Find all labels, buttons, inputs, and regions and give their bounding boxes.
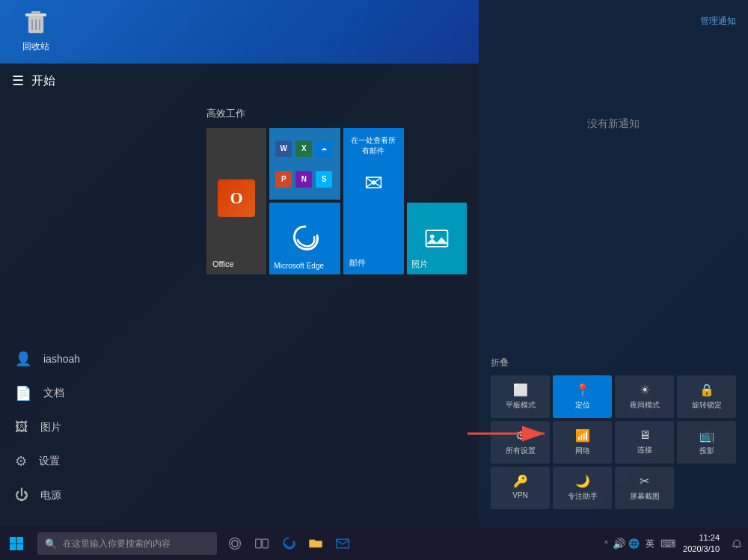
desktop: 回收站 ☰ 开始 👤 iashoah 📄 文档 xyxy=(0,0,748,527)
task-view-button[interactable] xyxy=(248,530,275,557)
hamburger-icon[interactable]: ☰ xyxy=(12,73,24,89)
sidebar-item-pictures-label: 图片 xyxy=(40,421,61,434)
quick-grid-row1: ⬜ 平板模式 📍 定位 ☀ 夜间模式 🔒 旋转锁定 xyxy=(491,375,736,418)
quick-btn-project[interactable]: 📺 投影 xyxy=(677,421,736,464)
night-label: 夜间模式 xyxy=(630,400,660,410)
quick-btn-focus[interactable]: 🌙 专注助手 xyxy=(553,467,612,509)
taskbar-mail[interactable] xyxy=(329,530,356,557)
taskbar-edge[interactable] xyxy=(275,530,302,557)
mail-tile-icon: ✉ xyxy=(364,170,383,196)
collapse-label: 折叠 xyxy=(491,357,736,369)
start-menu-body: 👤 iashoah 📄 文档 🖼 图片 ⚙ 设置 xyxy=(0,98,479,527)
svg-rect-16 xyxy=(263,539,269,548)
quick-btn-tablet[interactable]: ⬜ 平板模式 xyxy=(491,375,550,418)
volume-icon[interactable]: 🔊 xyxy=(613,538,625,550)
tile-office-apps[interactable]: W X ☁ P N S xyxy=(269,128,340,200)
notification-button[interactable] xyxy=(726,527,748,560)
quick-btn-location[interactable]: 📍 定位 xyxy=(553,375,612,418)
settings-icon: ⚙ xyxy=(15,453,27,470)
quick-grid-row3: 🔑 VPN 🌙 专注助手 ✂ 屏幕截图 xyxy=(491,467,736,509)
svg-point-14 xyxy=(232,541,238,547)
office-logo: O xyxy=(218,179,255,217)
svg-rect-9 xyxy=(10,537,16,544)
svg-rect-6 xyxy=(426,230,447,247)
screenshot-label: 屏幕截图 xyxy=(630,491,660,502)
quick-btn-connect[interactable]: 🖥 连接 xyxy=(615,421,674,464)
tray-caret[interactable]: ^ xyxy=(604,540,608,548)
keyboard-layout-icon[interactable]: ⌨ xyxy=(660,538,675,550)
rotate-icon: 🔒 xyxy=(699,383,714,397)
tile-photos[interactable]: 照片 xyxy=(407,203,467,274)
vpn-label: VPN xyxy=(512,491,528,499)
night-icon: ☀ xyxy=(640,383,650,397)
tablet-icon: ⬜ xyxy=(513,383,528,397)
start-sidebar: 👤 iashoah 📄 文档 🖼 图片 ⚙ 设置 xyxy=(0,98,194,527)
start-menu-top: ☰ 开始 xyxy=(0,64,479,98)
location-icon: 📍 xyxy=(575,383,590,397)
sidebar-item-pictures[interactable]: 🖼 图片 xyxy=(0,410,194,444)
power-icon: ⏻ xyxy=(15,487,28,503)
svg-rect-15 xyxy=(256,539,262,548)
search-placeholder: 在这里输入你要搜索的内容 xyxy=(63,538,171,550)
network-label: 网络 xyxy=(575,446,590,456)
tile-office-label: Office xyxy=(212,259,234,268)
recycle-bin-label: 回收站 xyxy=(22,40,49,53)
tile-office[interactable]: O Office xyxy=(206,128,266,274)
document-icon: 📄 xyxy=(15,385,31,401)
tile-mail[interactable]: 在一处查看所有邮件 ✉ 邮件 xyxy=(343,128,403,274)
manage-notification-link[interactable]: 管理通知 xyxy=(700,15,736,28)
tray-date: 2020/3/10 xyxy=(683,544,720,555)
recycle-bin-icon xyxy=(21,7,51,37)
notification-header: 管理通知 xyxy=(491,15,736,28)
tile-mail-label: 邮件 xyxy=(349,257,366,268)
sidebar-item-settings[interactable]: ⚙ 设置 xyxy=(0,444,194,479)
recycle-bin[interactable]: 回收站 xyxy=(13,7,58,53)
focus-icon: 🌙 xyxy=(575,474,590,488)
tray-datetime[interactable]: 11:24 2020/3/10 xyxy=(683,532,720,556)
quick-btn-night[interactable]: ☀ 夜间模式 xyxy=(615,375,674,418)
lang-indicator[interactable]: 英 xyxy=(646,538,654,550)
start-menu: ☰ 开始 👤 iashoah 📄 文档 🖼 图片 xyxy=(0,64,479,527)
focus-label: 专注助手 xyxy=(568,491,598,502)
project-icon: 📺 xyxy=(699,428,714,443)
tray-icons: 🔊 🌐 xyxy=(613,538,640,550)
powerpoint-icon: P xyxy=(275,171,292,188)
quick-btn-rotate[interactable]: 🔒 旋转锁定 xyxy=(677,375,736,418)
tile-edge[interactable]: Microsoft Edge xyxy=(269,203,340,274)
svg-rect-5 xyxy=(31,11,40,14)
excel-icon: X xyxy=(295,141,312,157)
sidebar-item-user[interactable]: 👤 iashoah xyxy=(0,342,194,376)
arrow-indicator xyxy=(464,419,554,452)
quick-btn-screenshot[interactable]: ✂ 屏幕截图 xyxy=(615,467,674,509)
location-label: 定位 xyxy=(575,400,590,410)
onedrive-icon: ☁ xyxy=(316,141,332,157)
svg-rect-17 xyxy=(337,539,349,548)
edge-icon xyxy=(290,224,320,253)
start-title: 开始 xyxy=(31,73,55,89)
start-button[interactable] xyxy=(0,527,33,560)
network-icon: 📶 xyxy=(575,428,590,443)
notification-icon xyxy=(731,538,743,550)
svg-point-7 xyxy=(430,235,434,239)
vpn-icon: 🔑 xyxy=(513,474,528,488)
svg-rect-12 xyxy=(17,544,24,551)
sidebar-item-power-label: 电源 xyxy=(40,489,61,502)
no-notification-text: 没有新通知 xyxy=(491,117,736,131)
cortana-button[interactable] xyxy=(221,530,248,557)
taskbar-explorer[interactable] xyxy=(302,530,329,557)
connect-icon: 🖥 xyxy=(639,428,651,442)
tablet-label: 平板模式 xyxy=(506,400,536,410)
user-icon: 👤 xyxy=(15,351,31,367)
skype-icon: S xyxy=(316,171,332,188)
sidebar-item-docs[interactable]: 📄 文档 xyxy=(0,376,194,410)
svg-rect-10 xyxy=(17,537,24,544)
quick-btn-network[interactable]: 📶 网络 xyxy=(553,421,612,464)
search-icon: 🔍 xyxy=(45,538,57,550)
taskbar-explorer-icon xyxy=(308,536,323,551)
search-bar[interactable]: 🔍 在这里输入你要搜索的内容 xyxy=(37,532,217,555)
windows-logo xyxy=(9,536,24,551)
quick-btn-vpn[interactable]: 🔑 VPN xyxy=(491,467,550,509)
tile-photos-label: 照片 xyxy=(411,259,428,270)
sidebar-item-power[interactable]: ⏻ 电源 xyxy=(0,479,194,512)
network-tray-icon[interactable]: 🌐 xyxy=(628,538,640,549)
